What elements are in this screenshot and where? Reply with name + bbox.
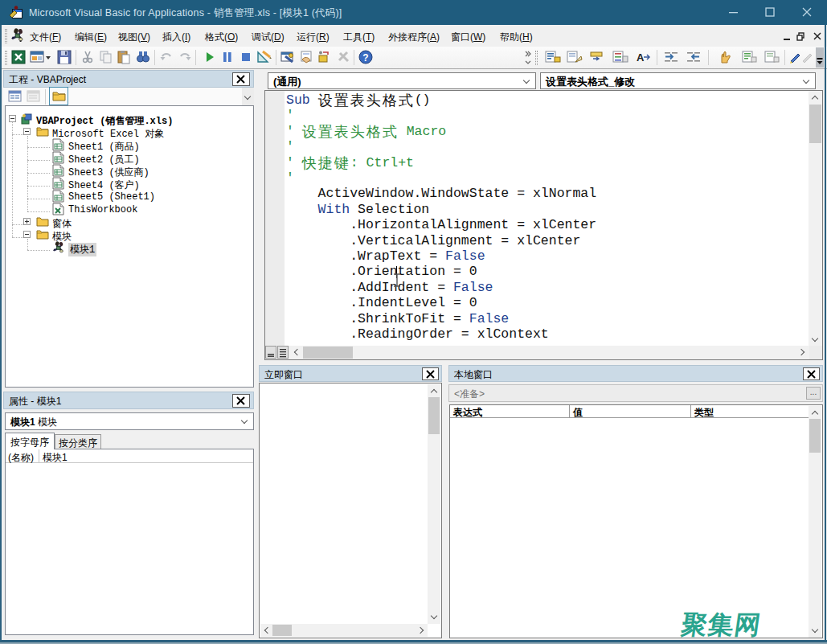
svg-text:A: A — [637, 51, 645, 64]
svg-text:?: ? — [362, 52, 368, 64]
